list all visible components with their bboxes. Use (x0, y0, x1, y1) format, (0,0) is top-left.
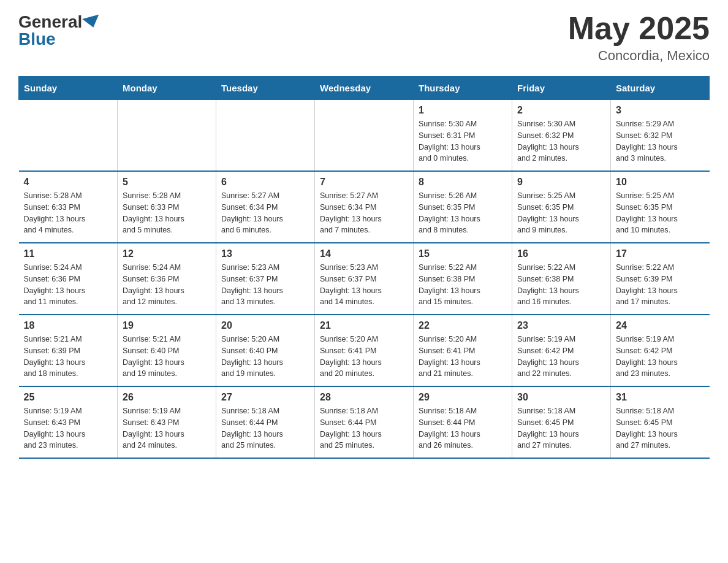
day-cell: 20Sunrise: 5:20 AMSunset: 6:40 PMDayligh… (216, 315, 315, 386)
day-number: 6 (221, 177, 309, 188)
day-info: Sunrise: 5:20 AMSunset: 6:40 PMDaylight:… (221, 335, 283, 378)
day-number: 15 (419, 248, 507, 259)
day-cell: 21Sunrise: 5:20 AMSunset: 6:41 PMDayligh… (315, 315, 414, 386)
day-info: Sunrise: 5:25 AMSunset: 6:35 PMDaylight:… (616, 191, 678, 234)
day-info: Sunrise: 5:18 AMSunset: 6:44 PMDaylight:… (419, 407, 480, 450)
day-number: 21 (320, 320, 408, 331)
header-cell-saturday: Saturday (611, 77, 710, 100)
day-info: Sunrise: 5:27 AMSunset: 6:34 PMDaylight:… (320, 191, 382, 234)
day-cell: 16Sunrise: 5:22 AMSunset: 6:38 PMDayligh… (512, 243, 611, 315)
day-number: 9 (517, 177, 605, 188)
day-cell: 15Sunrise: 5:22 AMSunset: 6:38 PMDayligh… (414, 243, 512, 315)
header-row: SundayMondayTuesdayWednesdayThursdayFrid… (19, 77, 710, 100)
logo-triangle-icon (82, 15, 102, 30)
week-row-1: 1Sunrise: 5:30 AMSunset: 6:31 PMDaylight… (19, 100, 710, 172)
week-row-5: 25Sunrise: 5:19 AMSunset: 6:43 PMDayligh… (19, 386, 710, 458)
day-number: 20 (221, 320, 309, 331)
day-cell: 30Sunrise: 5:18 AMSunset: 6:45 PMDayligh… (512, 386, 611, 458)
day-cell: 9Sunrise: 5:25 AMSunset: 6:35 PMDaylight… (512, 171, 611, 243)
day-cell (216, 100, 315, 172)
day-cell: 18Sunrise: 5:21 AMSunset: 6:39 PMDayligh… (19, 315, 118, 386)
day-number: 23 (517, 320, 605, 331)
day-info: Sunrise: 5:28 AMSunset: 6:33 PMDaylight:… (24, 191, 86, 234)
day-number: 24 (616, 320, 705, 331)
day-number: 19 (123, 320, 211, 331)
header-cell-friday: Friday (512, 77, 611, 100)
day-info: Sunrise: 5:29 AMSunset: 6:32 PMDaylight:… (616, 120, 678, 163)
day-info: Sunrise: 5:19 AMSunset: 6:43 PMDaylight:… (123, 407, 184, 450)
day-info: Sunrise: 5:30 AMSunset: 6:31 PMDaylight:… (419, 120, 480, 163)
day-cell: 6Sunrise: 5:27 AMSunset: 6:34 PMDaylight… (216, 171, 315, 243)
day-info: Sunrise: 5:24 AMSunset: 6:36 PMDaylight:… (123, 263, 184, 306)
day-number: 11 (24, 248, 113, 259)
day-number: 5 (123, 177, 211, 188)
header-cell-monday: Monday (118, 77, 216, 100)
day-cell: 28Sunrise: 5:18 AMSunset: 6:44 PMDayligh… (315, 386, 414, 458)
day-cell: 7Sunrise: 5:27 AMSunset: 6:34 PMDaylight… (315, 171, 414, 243)
title-block: May 2025 Concordia, Mexico (568, 12, 710, 64)
header-cell-tuesday: Tuesday (216, 77, 315, 100)
day-cell: 26Sunrise: 5:19 AMSunset: 6:43 PMDayligh… (118, 386, 216, 458)
day-number: 7 (320, 177, 408, 188)
week-row-2: 4Sunrise: 5:28 AMSunset: 6:33 PMDaylight… (19, 171, 710, 243)
day-info: Sunrise: 5:23 AMSunset: 6:37 PMDaylight:… (221, 263, 283, 306)
day-cell: 2Sunrise: 5:30 AMSunset: 6:32 PMDaylight… (512, 100, 611, 172)
day-info: Sunrise: 5:22 AMSunset: 6:39 PMDaylight:… (616, 263, 678, 306)
day-info: Sunrise: 5:28 AMSunset: 6:33 PMDaylight:… (123, 191, 184, 234)
day-cell: 23Sunrise: 5:19 AMSunset: 6:42 PMDayligh… (512, 315, 611, 386)
day-info: Sunrise: 5:18 AMSunset: 6:44 PMDaylight:… (221, 407, 283, 450)
day-number: 14 (320, 248, 408, 259)
day-cell (118, 100, 216, 172)
week-row-4: 18Sunrise: 5:21 AMSunset: 6:39 PMDayligh… (19, 315, 710, 386)
day-cell: 24Sunrise: 5:19 AMSunset: 6:42 PMDayligh… (611, 315, 710, 386)
day-info: Sunrise: 5:21 AMSunset: 6:40 PMDaylight:… (123, 335, 184, 378)
day-number: 26 (123, 392, 211, 403)
calendar-body: 1Sunrise: 5:30 AMSunset: 6:31 PMDaylight… (19, 100, 710, 459)
day-info: Sunrise: 5:30 AMSunset: 6:32 PMDaylight:… (517, 120, 579, 163)
day-cell: 10Sunrise: 5:25 AMSunset: 6:35 PMDayligh… (611, 171, 710, 243)
day-number: 27 (221, 392, 309, 403)
day-cell: 13Sunrise: 5:23 AMSunset: 6:37 PMDayligh… (216, 243, 315, 315)
calendar-header: SundayMondayTuesdayWednesdayThursdayFrid… (19, 77, 710, 100)
day-info: Sunrise: 5:18 AMSunset: 6:45 PMDaylight:… (517, 407, 579, 450)
day-number: 8 (419, 177, 507, 188)
day-info: Sunrise: 5:18 AMSunset: 6:44 PMDaylight:… (320, 407, 382, 450)
day-number: 17 (616, 248, 705, 259)
day-info: Sunrise: 5:20 AMSunset: 6:41 PMDaylight:… (419, 335, 480, 378)
day-number: 4 (24, 177, 113, 188)
day-info: Sunrise: 5:18 AMSunset: 6:45 PMDaylight:… (616, 407, 678, 450)
day-info: Sunrise: 5:19 AMSunset: 6:42 PMDaylight:… (517, 335, 579, 378)
day-cell: 1Sunrise: 5:30 AMSunset: 6:31 PMDaylight… (414, 100, 512, 172)
day-number: 3 (616, 105, 705, 116)
day-number: 22 (419, 320, 507, 331)
day-info: Sunrise: 5:22 AMSunset: 6:38 PMDaylight:… (517, 263, 579, 306)
day-cell: 31Sunrise: 5:18 AMSunset: 6:45 PMDayligh… (611, 386, 710, 458)
day-number: 31 (616, 392, 705, 403)
day-number: 30 (517, 392, 605, 403)
header-cell-wednesday: Wednesday (315, 77, 414, 100)
day-info: Sunrise: 5:21 AMSunset: 6:39 PMDaylight:… (24, 335, 86, 378)
day-number: 1 (419, 105, 507, 116)
day-info: Sunrise: 5:20 AMSunset: 6:41 PMDaylight:… (320, 335, 382, 378)
week-row-3: 11Sunrise: 5:24 AMSunset: 6:36 PMDayligh… (19, 243, 710, 315)
day-cell: 3Sunrise: 5:29 AMSunset: 6:32 PMDaylight… (611, 100, 710, 172)
day-cell: 22Sunrise: 5:20 AMSunset: 6:41 PMDayligh… (414, 315, 512, 386)
day-cell: 5Sunrise: 5:28 AMSunset: 6:33 PMDaylight… (118, 171, 216, 243)
day-cell: 27Sunrise: 5:18 AMSunset: 6:44 PMDayligh… (216, 386, 315, 458)
day-number: 10 (616, 177, 705, 188)
logo-blue-text: Blue (18, 29, 100, 49)
day-cell: 19Sunrise: 5:21 AMSunset: 6:40 PMDayligh… (118, 315, 216, 386)
day-number: 18 (24, 320, 113, 331)
day-cell: 17Sunrise: 5:22 AMSunset: 6:39 PMDayligh… (611, 243, 710, 315)
day-cell: 25Sunrise: 5:19 AMSunset: 6:43 PMDayligh… (19, 386, 118, 458)
day-number: 25 (24, 392, 113, 403)
day-info: Sunrise: 5:26 AMSunset: 6:35 PMDaylight:… (419, 191, 480, 234)
logo: General Blue (18, 12, 100, 49)
header-cell-thursday: Thursday (414, 77, 512, 100)
day-cell: 11Sunrise: 5:24 AMSunset: 6:36 PMDayligh… (19, 243, 118, 315)
day-info: Sunrise: 5:24 AMSunset: 6:36 PMDaylight:… (24, 263, 86, 306)
calendar-table: SundayMondayTuesdayWednesdayThursdayFrid… (18, 76, 710, 459)
day-cell: 14Sunrise: 5:23 AMSunset: 6:37 PMDayligh… (315, 243, 414, 315)
day-cell (19, 100, 118, 172)
header-cell-sunday: Sunday (19, 77, 118, 100)
